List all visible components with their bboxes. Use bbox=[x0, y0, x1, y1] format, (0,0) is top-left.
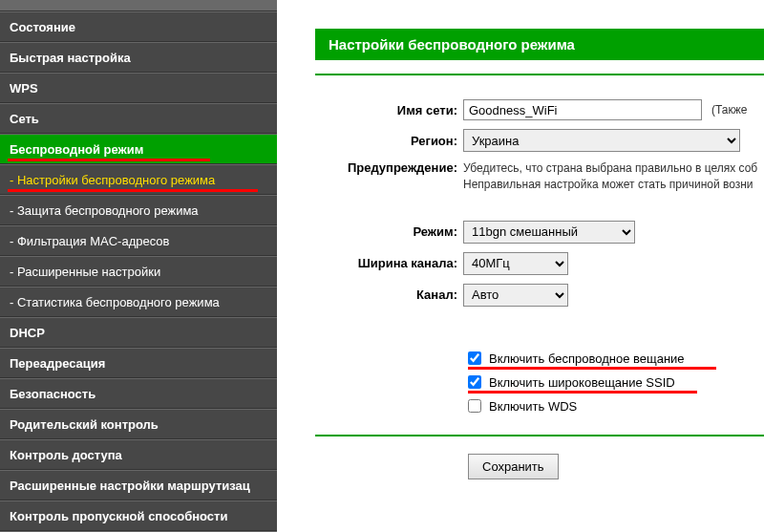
sidebar: Состояние Быстрая настройка WPS Сеть Бес… bbox=[0, 0, 277, 532]
channel-width-select[interactable]: 40МГц bbox=[463, 252, 568, 275]
row-channel-width: Ширина канала: 40МГц bbox=[315, 252, 764, 275]
row-enable-wireless: Включить беспроводное вещание bbox=[468, 351, 764, 366]
row-enable-wds: Включить WDS bbox=[468, 399, 764, 414]
enable-wds-checkbox[interactable] bbox=[468, 399, 481, 413]
label-ssid: Имя сети: bbox=[315, 103, 463, 117]
sidebar-item-dhcp[interactable]: DHCP bbox=[0, 317, 277, 348]
sidebar-item-wireless-security[interactable]: - Защита беспроводного режима bbox=[0, 195, 277, 225]
divider-bottom bbox=[315, 435, 764, 436]
sidebar-item-wireless[interactable]: Беспроводной режим bbox=[0, 134, 277, 164]
enable-wds-label: Включить WDS bbox=[489, 399, 577, 414]
row-ssid: Имя сети: (Также bbox=[315, 99, 764, 120]
red-underline bbox=[468, 367, 716, 370]
row-mode: Режим: 11bgn смешанный bbox=[315, 221, 764, 244]
enable-wireless-checkbox[interactable] bbox=[468, 351, 481, 365]
ssid-input[interactable] bbox=[463, 99, 702, 120]
sidebar-item-mac-filter[interactable]: - Фильтрация MAC-адресов bbox=[0, 225, 277, 256]
sidebar-item-bandwidth[interactable]: Контроль пропускной способности bbox=[0, 500, 277, 531]
mode-select[interactable]: 11bgn смешанный bbox=[463, 221, 635, 244]
enable-ssid-label: Включить широковещание SSID bbox=[489, 375, 675, 390]
enable-wireless-label: Включить беспроводное вещание bbox=[489, 351, 685, 366]
label-warning: Предупреждение: bbox=[315, 160, 463, 175]
divider bbox=[315, 74, 764, 75]
sidebar-item-parental[interactable]: Родительский контроль bbox=[0, 409, 277, 439]
sidebar-item-advanced[interactable]: - Расширенные настройки bbox=[0, 256, 277, 287]
label-channel: Канал: bbox=[315, 287, 463, 302]
row-region: Регион: Украина bbox=[315, 129, 764, 152]
warning-text: Убедитесь, что страна выбрана правильно … bbox=[463, 160, 757, 193]
sidebar-item-status[interactable]: Состояние bbox=[0, 11, 277, 42]
ssid-after-text: (Также bbox=[711, 103, 747, 117]
channel-select[interactable]: Авто bbox=[463, 284, 568, 307]
page-title: Настройки беспроводного режима bbox=[315, 29, 764, 60]
row-warning: Предупреждение: Убедитесь, что страна вы… bbox=[315, 160, 764, 193]
enable-ssid-checkbox[interactable] bbox=[468, 375, 481, 389]
sidebar-item-forwarding[interactable]: Переадресация bbox=[0, 348, 277, 378]
label-region: Регион: bbox=[315, 134, 463, 148]
row-channel: Канал: Авто bbox=[315, 284, 764, 307]
sidebar-item-wps[interactable]: WPS bbox=[0, 73, 277, 103]
sidebar-item-quick-setup[interactable]: Быстрая настройка bbox=[0, 42, 277, 73]
sidebar-item-security[interactable]: Безопасность bbox=[0, 378, 277, 409]
label-channel-width: Ширина канала: bbox=[315, 256, 463, 270]
sidebar-item-access-control[interactable]: Контроль доступа bbox=[0, 439, 277, 470]
red-underline bbox=[468, 391, 697, 394]
sidebar-item-wireless-settings[interactable]: - Настройки беспроводного режима bbox=[0, 164, 277, 195]
row-enable-ssid: Включить широковещание SSID bbox=[468, 375, 764, 390]
label-mode: Режим: bbox=[315, 224, 463, 239]
sidebar-item-wireless-stats[interactable]: - Статистика беспроводного режима bbox=[0, 287, 277, 317]
save-button[interactable]: Сохранить bbox=[468, 454, 559, 479]
sidebar-item-network[interactable]: Сеть bbox=[0, 103, 277, 134]
region-select[interactable]: Украина bbox=[463, 129, 740, 152]
sidebar-top-strip bbox=[0, 0, 277, 11]
main-content: Настройки беспроводного режима Имя сети:… bbox=[277, 0, 764, 532]
sidebar-item-routing[interactable]: Расширенные настройки маршрутизац bbox=[0, 470, 277, 500]
